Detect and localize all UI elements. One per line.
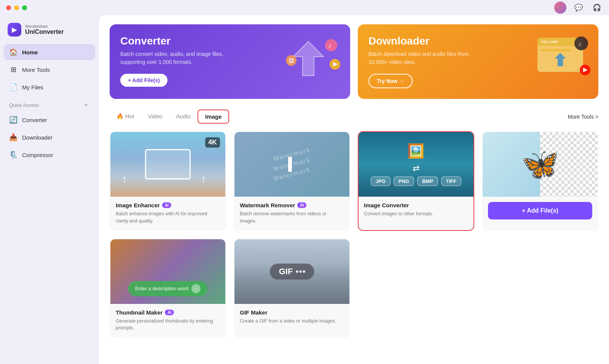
tab-image[interactable]: Image xyxy=(198,110,229,124)
logo-text: Wondershare UniConverter xyxy=(25,24,64,35)
image-enhancer-thumbnail: 4K ↑ ↑ xyxy=(110,132,225,197)
home-icon: 🏠 xyxy=(9,48,18,56)
tabs-list: 🔥 Hot Video Audio Image xyxy=(110,110,229,124)
svg-point-12 xyxy=(574,37,588,50)
desc-arrow-icon: → xyxy=(191,284,201,293)
sidebar-item-home[interactable]: 🏠 Home xyxy=(4,44,95,60)
ai-badge-thumbnail: AI xyxy=(165,310,174,315)
image-converter-desc: Convert images to other formats. xyxy=(364,210,468,218)
tool-card-bg-remover[interactable]: 🦋 + Add File(s) xyxy=(482,131,598,231)
sidebar-item-compressor-label: Compressor xyxy=(22,152,53,158)
bg-remover-thumbnail: 🦋 xyxy=(483,132,598,197)
titlebar: 💬 🎧 xyxy=(0,0,609,15)
app-layout: ▶ Wondershare UniConverter 🏠 Home ⊞ More… xyxy=(0,15,609,364)
sidebar-item-home-label: Home xyxy=(22,49,38,56)
tool-card-image-converter[interactable]: 🖼️ ⇄ JPG PNG BMP TIFF Image Converter xyxy=(358,131,474,231)
butterfly-visual: 🦋 xyxy=(521,146,559,182)
converter-icon: 🔄 xyxy=(9,116,18,124)
tab-audio[interactable]: Audio xyxy=(169,110,198,123)
downloader-icon: 📥 xyxy=(9,133,18,141)
maximize-button[interactable] xyxy=(22,5,27,10)
pac-dot-2 xyxy=(299,270,301,273)
gif-maker-info: GIF Maker Create a GIF from a video or m… xyxy=(234,304,349,330)
format-bmp: BMP xyxy=(417,176,438,186)
tab-hot[interactable]: 🔥 Hot xyxy=(110,110,141,124)
svg-text:🖼: 🖼 xyxy=(289,58,294,64)
tools-grid: 4K ↑ ↑ Image Enhancer AI Batch enhance i… xyxy=(110,131,598,338)
logo-icon: ▶ xyxy=(8,23,21,37)
image-enhancer-title: Image Enhancer AI xyxy=(116,202,220,208)
gif-badge-overlay: GIF xyxy=(270,264,314,280)
sidebar-item-downloader[interactable]: 📥 Downloader xyxy=(4,129,95,145)
more-tools-link[interactable]: More Tools > xyxy=(568,114,598,120)
watermark-remover-thumbnail: Watermark Watermark Watermark xyxy=(234,132,349,197)
converter-banner-desc: Batch convert video, audio, and image fi… xyxy=(120,50,227,66)
converter-arrows-icon: ⇄ xyxy=(413,164,419,173)
converter-center: 🖼️ ⇄ JPG PNG BMP TIFF xyxy=(371,143,462,186)
format-jpg: JPG xyxy=(371,176,391,186)
my-files-icon: 📄 xyxy=(9,83,18,91)
downloader-try-now-button[interactable]: Try Now → xyxy=(368,74,413,88)
sidebar-item-converter-label: Converter xyxy=(22,117,47,123)
tool-card-gif-maker[interactable]: GIF GIF Maker Create a GIF from a video … xyxy=(234,238,350,338)
chat-button[interactable]: 💬 xyxy=(572,2,585,14)
resolution-badge: 4K xyxy=(205,137,220,148)
pac-dots xyxy=(296,270,305,273)
tool-card-watermark-remover[interactable]: Watermark Watermark Watermark Watermark … xyxy=(234,131,350,231)
sidebar-item-more-tools[interactable]: ⊞ More Tools xyxy=(4,62,95,78)
format-badges: JPG PNG BMP TIFF xyxy=(371,176,462,186)
arrow-up-left-icon: ↑ xyxy=(122,173,127,185)
ai-badge-watermark: AI xyxy=(297,202,306,208)
downloader-banner-illustration: xxx.com ♪ xyxy=(530,34,591,89)
more-tools-icon: ⊞ xyxy=(9,65,18,74)
svg-text:♪: ♪ xyxy=(328,42,332,49)
quick-access-section: Quick Access + xyxy=(4,97,95,110)
sidebar-item-converter[interactable]: 🔄 Converter xyxy=(4,112,95,128)
sidebar-item-downloader-label: Downloader xyxy=(22,134,53,141)
minimize-button[interactable] xyxy=(14,5,19,10)
sidebar: ▶ Wondershare UniConverter 🏠 Home ⊞ More… xyxy=(0,15,99,364)
traffic-lights xyxy=(6,5,27,10)
sidebar-item-my-files[interactable]: 📄 My Files xyxy=(4,79,95,95)
format-tiff: TIFF xyxy=(441,176,461,186)
tab-video[interactable]: Video xyxy=(141,110,169,123)
thumbnail-maker-info: Thumbnail Maker AI Generate personalized… xyxy=(110,304,225,337)
gif-maker-desc: Create a GIF from a video or multiple im… xyxy=(240,318,344,325)
converter-banner-illustration: ♪ 🖼 xyxy=(282,34,343,89)
titlebar-right: 💬 🎧 xyxy=(554,2,603,14)
brand-top: Wondershare xyxy=(25,24,64,29)
avatar[interactable] xyxy=(554,2,566,14)
svg-text:xxx.com: xxx.com xyxy=(541,39,558,44)
compressor-icon: 🗜️ xyxy=(9,151,18,159)
converter-banner[interactable]: Converter Batch convert video, audio, an… xyxy=(110,24,350,99)
thumbnail-maker-desc: Generate personalized thumbnails by ente… xyxy=(116,318,220,332)
svg-marker-0 xyxy=(293,41,324,76)
image-enhancer-desc: Batch enhance images with AI for improve… xyxy=(116,210,220,225)
downloader-banner[interactable]: Downloader Batch download video and audi… xyxy=(358,24,598,99)
ai-badge: AI xyxy=(162,202,171,208)
svg-rect-9 xyxy=(540,49,571,51)
headset-button[interactable]: 🎧 xyxy=(591,2,603,14)
tool-card-image-enhancer[interactable]: 4K ↑ ↑ Image Enhancer AI Batch enhance i… xyxy=(110,131,226,231)
pac-dot-1 xyxy=(296,270,298,273)
arrow-up-right-icon: ↑ xyxy=(201,173,206,185)
quick-access-label: Quick Access xyxy=(9,102,39,108)
converter-add-files-button[interactable]: + Add File(s) xyxy=(120,74,167,87)
quick-access-add-button[interactable]: + xyxy=(82,101,90,109)
inner-frame xyxy=(145,149,191,180)
close-button[interactable] xyxy=(6,5,11,10)
svg-text:♪: ♪ xyxy=(578,41,581,47)
image-converter-thumbnail: 🖼️ ⇄ JPG PNG BMP TIFF xyxy=(359,132,473,197)
tool-card-thumbnail-maker[interactable]: Enter a description word → Thumbnail Mak… xyxy=(110,238,226,338)
watermark-handle xyxy=(288,157,292,172)
add-files-button[interactable]: + Add File(s) xyxy=(488,202,592,219)
sidebar-item-compressor[interactable]: 🗜️ Compressor xyxy=(4,147,95,163)
gif-maker-title: GIF Maker xyxy=(240,309,344,316)
downloader-banner-desc: Batch download video and audio files fro… xyxy=(368,50,475,66)
add-files-area: + Add File(s) xyxy=(483,197,598,225)
watermark-remover-info: Watermark Remover AI Batch remove waterm… xyxy=(234,197,349,230)
thumbnail-maker-thumbnail: Enter a description word → xyxy=(110,239,225,304)
gif-maker-thumbnail: GIF xyxy=(234,239,349,304)
watermark-remover-title: Watermark Remover AI xyxy=(240,202,344,208)
logo-area: ▶ Wondershare UniConverter xyxy=(4,20,95,43)
